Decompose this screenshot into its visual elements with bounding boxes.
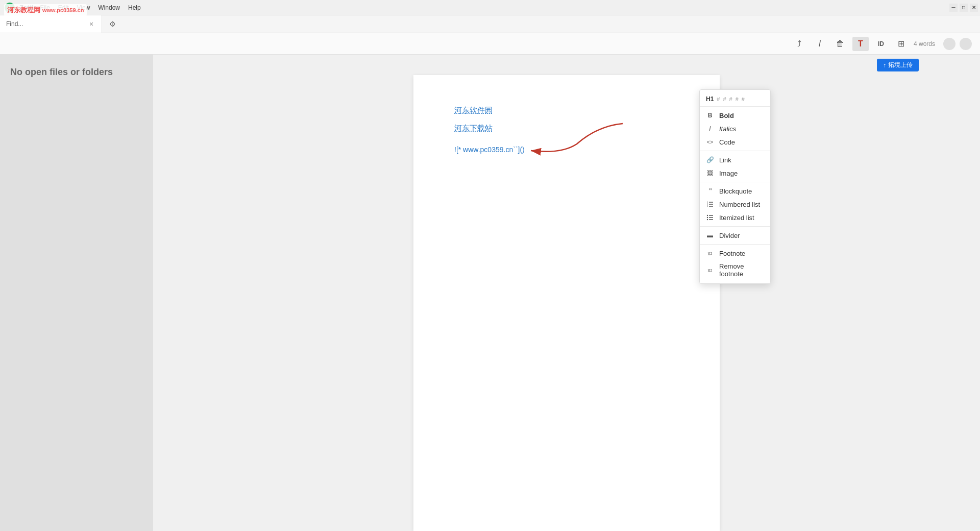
editor-area: ↑ 拓境上传 河东软件园 河东下载站 ![* www.pc0359.cn``](…	[153, 55, 980, 531]
editor-line-3[interactable]: ![* www.pc0359.cn``]()	[454, 146, 679, 154]
editor-line-1[interactable]: 河东软件园	[454, 106, 679, 115]
link-label: Link	[719, 156, 731, 164]
remove-footnote-item[interactable]: x2 Remove footnote	[700, 260, 770, 280]
svg-text:3: 3	[707, 205, 708, 207]
share-button[interactable]: ⤴	[791, 37, 807, 51]
maximize-button[interactable]: □	[960, 4, 968, 12]
trash-button[interactable]: 🗑	[832, 37, 848, 51]
svg-point-13	[707, 217, 708, 218]
bold-item[interactable]: B Bold	[700, 109, 770, 122]
menu-window[interactable]: Window	[98, 4, 120, 11]
svg-point-14	[707, 219, 708, 220]
numbered-list-item[interactable]: 123 Numbered list	[700, 198, 770, 211]
numbered-list-label: Numbered list	[719, 201, 760, 208]
link-icon: 🔗	[706, 156, 714, 164]
italics-label: Italics	[719, 125, 736, 133]
heading-h6[interactable]: #	[741, 95, 746, 103]
divider-1	[700, 151, 770, 151]
circle-icon-1[interactable]	[943, 38, 955, 50]
divider-4	[700, 244, 770, 245]
upload-label: 拓境上传	[888, 61, 913, 69]
format-button[interactable]: T	[852, 37, 869, 51]
grid-button[interactable]: ⊞	[893, 37, 910, 51]
remove-footnote-icon: x2	[706, 266, 714, 274]
code-label: Code	[719, 138, 735, 146]
code-icon: <>	[706, 138, 714, 146]
italics-item[interactable]: I Italics	[700, 122, 770, 135]
heading-h3[interactable]: #	[722, 95, 727, 103]
divider-icon: ▬	[706, 231, 714, 239]
italics-icon: I	[706, 125, 714, 133]
heading-h1[interactable]: H1	[705, 95, 715, 103]
editor-tab[interactable]: Find... ×	[0, 15, 102, 33]
upload-button[interactable]: ↑ 拓境上传	[877, 59, 919, 71]
svg-point-12	[707, 215, 708, 216]
tab-bar: Find... × ⚙	[0, 15, 980, 33]
bold-icon: B	[706, 111, 714, 119]
numbered-list-icon: 123	[706, 200, 714, 208]
editor-paper[interactable]: 河东软件园 河东下载站 ![* www.pc0359.cn``]()	[413, 75, 720, 531]
image-item[interactable]: 🖼 Image	[700, 166, 770, 180]
heading-h4[interactable]: #	[728, 95, 733, 103]
watermark: 河东教程网 www.pc0359.cn	[4, 4, 87, 16]
minimize-button[interactable]: ─	[949, 4, 958, 12]
tab-close-button[interactable]: ×	[87, 20, 95, 28]
footnote-item[interactable]: x2 Footnote	[700, 247, 770, 260]
blockquote-icon: "	[706, 187, 714, 195]
id-button[interactable]: ID	[873, 37, 889, 51]
title-bar: Z Zettlr File Edit View Window Help 河东教程…	[0, 0, 980, 15]
link-item[interactable]: 🔗 Link	[700, 153, 770, 166]
main-layout: No open files or folders ↑ 拓境上传 河东软件园 河东…	[0, 55, 980, 531]
close-button[interactable]: ✕	[970, 4, 978, 12]
settings-icon[interactable]: ⚙	[106, 20, 119, 28]
heading-h2[interactable]: #	[716, 95, 721, 103]
bold-label: Bold	[719, 112, 734, 119]
blockquote-label: Blockquote	[719, 187, 752, 195]
divider-2	[700, 182, 770, 182]
watermark-text: 河东教程网 www.pc0359.cn	[7, 6, 84, 14]
itemized-list-icon	[706, 213, 714, 222]
remove-footnote-label: Remove footnote	[719, 262, 764, 278]
window-controls: ─ □ ✕	[949, 4, 980, 12]
image-icon: 🖼	[706, 169, 714, 177]
editor-line-2[interactable]: 河东下载站	[454, 124, 679, 133]
footnote-label: Footnote	[719, 250, 745, 257]
blockquote-item[interactable]: " Blockquote	[700, 184, 770, 198]
circle-icon-2[interactable]	[960, 38, 972, 50]
divider-3	[700, 226, 770, 227]
itemized-list-label: Itemized list	[719, 214, 754, 222]
tab-title: Find...	[6, 20, 83, 28]
footnote-icon: x2	[706, 249, 714, 257]
no-files-message: No open files or folders	[10, 67, 113, 78]
itemized-list-item[interactable]: Itemized list	[700, 211, 770, 224]
format-context-menu: H1 # # # # # B Bold I Italics <> Code	[699, 89, 771, 284]
divider-item[interactable]: ▬ Divider	[700, 229, 770, 242]
code-item[interactable]: <> Code	[700, 135, 770, 149]
image-label: Image	[719, 170, 738, 177]
heading-row: H1 # # # # #	[700, 93, 770, 107]
word-count: 4 words	[914, 40, 935, 47]
toolbar: ⤴ I 🗑 T ID ⊞ 4 words	[0, 33, 980, 55]
heading-h5[interactable]: #	[734, 95, 740, 103]
sidebar: No open files or folders	[0, 55, 153, 531]
italic-button[interactable]: I	[812, 37, 828, 51]
menu-help[interactable]: Help	[128, 4, 141, 11]
divider-label: Divider	[719, 232, 740, 239]
